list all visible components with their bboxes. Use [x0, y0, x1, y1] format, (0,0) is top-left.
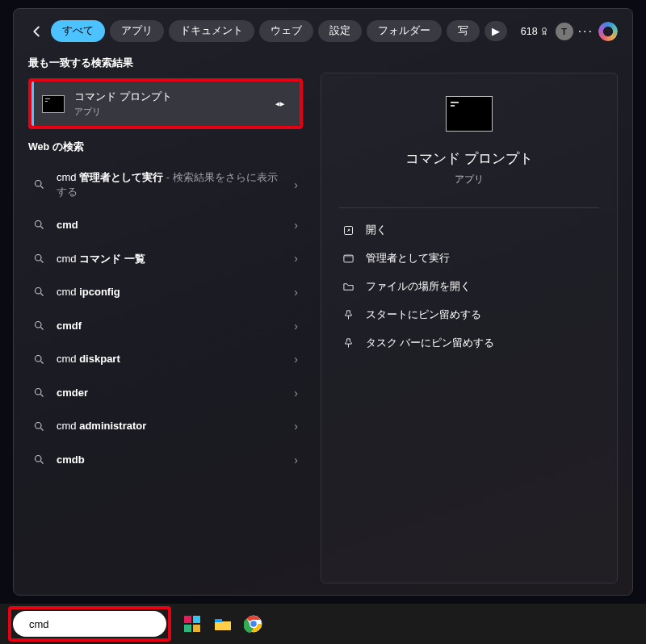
points-value: 618 [521, 26, 538, 37]
results-left-column: 最も一致する検索結果 コマンド プロンプト アプリ Web の検索 cmd 管理… [28, 56, 303, 583]
preview-subtitle: アプリ [339, 173, 599, 186]
svg-rect-24 [184, 616, 191, 623]
web-result-text: cmdb [57, 453, 283, 467]
svg-rect-25 [193, 616, 200, 623]
rewards-points[interactable]: 618 [521, 26, 551, 37]
search-highlight-box [8, 606, 171, 642]
tabs-more-icon[interactable]: ▶ [484, 21, 507, 41]
svg-point-5 [36, 254, 42, 261]
action-pin[interactable]: タスク バーにピン留めする [339, 329, 599, 358]
svg-point-15 [36, 422, 42, 429]
pin-icon [342, 337, 354, 349]
action-folder[interactable]: ファイルの場所を開く [339, 273, 599, 301]
taskbar-chrome-icon[interactable] [244, 614, 263, 634]
search-icon [33, 353, 45, 366]
web-result-row[interactable]: cmdb › [28, 443, 303, 477]
search-icon [33, 387, 45, 399]
action-label: ファイルの場所を開く [366, 280, 471, 294]
chevron-right-icon: › [294, 286, 298, 299]
web-result-row[interactable]: cmd ipconfig › [28, 275, 303, 309]
chevron-right-icon: › [294, 252, 298, 265]
tab-web[interactable]: ウェブ [259, 20, 313, 42]
back-icon[interactable] [28, 23, 46, 40]
chevron-right-icon: › [294, 320, 298, 332]
best-match-item[interactable]: コマンド プロンプト アプリ [31, 82, 300, 126]
user-avatar[interactable]: T [556, 23, 573, 40]
best-match-heading: 最も一致する検索結果 [28, 56, 303, 70]
search-icon [33, 454, 45, 466]
action-open[interactable]: 開く [339, 216, 599, 245]
svg-rect-27 [193, 625, 200, 632]
tab-all[interactable]: すべて [51, 20, 105, 42]
best-match-title: コマンド プロンプト [74, 90, 172, 104]
svg-rect-21 [344, 255, 353, 257]
search-results-panel: すべて アプリ ドキュメント ウェブ 設定 フォルダー 写 ▶ 618 T ··… [13, 8, 633, 596]
action-label: 管理者として実行 [366, 252, 450, 266]
search-input[interactable] [29, 618, 165, 630]
svg-line-6 [40, 260, 43, 262]
tab-settings[interactable]: 設定 [318, 20, 362, 42]
chevron-right-icon: › [294, 454, 298, 466]
tab-photos-truncated[interactable]: 写 [447, 20, 480, 42]
chevron-right-icon: › [294, 387, 298, 399]
search-icon [33, 253, 45, 265]
open-icon [342, 224, 354, 236]
taskbar-file-explorer-icon[interactable] [213, 614, 233, 634]
actions-list: 開く管理者として実行ファイルの場所を開くスタートにピン留めするタスク バーにピン… [339, 216, 599, 358]
svg-line-18 [40, 462, 43, 464]
search-icon [33, 320, 45, 332]
taskbar [0, 604, 646, 644]
action-pin[interactable]: スタートにピン留めする [339, 301, 599, 329]
svg-line-16 [40, 428, 43, 430]
svg-point-0 [542, 27, 546, 31]
rewards-icon [541, 27, 551, 36]
preview-title: コマンド プロンプト [339, 149, 599, 168]
svg-line-8 [40, 294, 43, 296]
svg-point-7 [36, 288, 42, 295]
folder-icon [342, 281, 354, 293]
chevron-right-icon: › [294, 420, 298, 433]
action-admin[interactable]: 管理者として実行 [339, 245, 599, 273]
svg-line-4 [40, 227, 43, 229]
web-result-row[interactable]: cmd administrator › [28, 409, 303, 443]
admin-icon [342, 253, 354, 265]
taskbar-app1-icon[interactable] [182, 614, 202, 634]
svg-rect-28 [215, 619, 222, 622]
svg-line-12 [40, 361, 43, 363]
taskbar-search-box[interactable] [13, 611, 166, 637]
web-result-row[interactable]: cmder › [28, 376, 303, 410]
search-header: すべて アプリ ドキュメント ウェブ 設定 フォルダー 写 ▶ 618 T ··… [14, 20, 632, 56]
divider [339, 207, 599, 208]
svg-point-9 [36, 322, 42, 328]
web-result-text: cmd 管理者として実行 - 検索結果をさらに表示する [57, 170, 283, 199]
web-result-row[interactable]: cmd diskpart › [28, 342, 303, 376]
best-match-highlight-box: コマンド プロンプト アプリ [28, 78, 303, 129]
svg-line-10 [40, 327, 43, 329]
command-prompt-large-icon [446, 96, 493, 132]
tab-apps[interactable]: アプリ [110, 20, 164, 42]
svg-point-17 [36, 456, 42, 462]
web-result-text: cmder [57, 386, 283, 400]
copilot-icon[interactable] [598, 22, 618, 41]
web-result-text: cmdf [57, 319, 283, 333]
search-icon [33, 219, 45, 231]
preview-panel: コマンド プロンプト アプリ 開く管理者として実行ファイルの場所を開くスタートに… [321, 73, 618, 583]
svg-point-3 [36, 221, 42, 228]
svg-point-11 [36, 355, 42, 362]
tab-documents[interactable]: ドキュメント [169, 20, 254, 42]
web-result-row[interactable]: cmd › [28, 208, 303, 242]
more-options-icon[interactable]: ··· [578, 24, 594, 39]
search-icon [33, 178, 45, 190]
action-label: タスク バーにピン留めする [366, 337, 494, 350]
chevron-right-icon: › [294, 178, 298, 191]
tab-folders[interactable]: フォルダー [367, 20, 442, 42]
pin-icon [342, 309, 354, 321]
web-result-row[interactable]: cmd 管理者として実行 - 検索結果をさらに表示する › [28, 161, 303, 208]
svg-line-2 [40, 186, 43, 188]
resize-handle-icon[interactable] [275, 100, 288, 108]
web-result-row[interactable]: cmdf › [28, 309, 303, 343]
search-icon [33, 420, 45, 433]
svg-point-13 [36, 389, 42, 395]
web-result-row[interactable]: cmd コマンド 一覧 › [28, 242, 303, 276]
search-icon [33, 286, 45, 298]
